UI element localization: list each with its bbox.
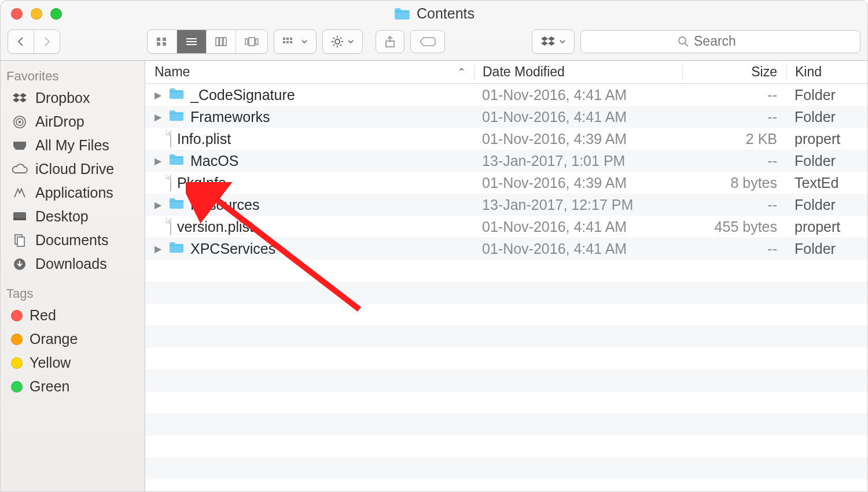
back-button[interactable] xyxy=(8,30,34,53)
chevron-down-icon xyxy=(347,39,354,45)
forward-button[interactable] xyxy=(34,30,60,53)
file-row[interactable]: ▶XPCServices01-Nov-2016, 4:41 AM--Folder xyxy=(145,238,867,260)
chevron-right-icon xyxy=(42,36,52,47)
sidebar-tag-label: Green xyxy=(30,378,69,395)
file-date: 13-Jan-2017, 1:01 PM xyxy=(474,153,682,169)
downloads-icon xyxy=(11,257,28,272)
svg-line-30 xyxy=(685,43,688,46)
dropbox-menu[interactable] xyxy=(532,29,575,54)
documents-icon xyxy=(11,233,28,248)
list-view-button[interactable] xyxy=(177,30,207,53)
sidebar-item-label: AirDrop xyxy=(35,113,84,130)
sidebar-item-documents[interactable]: Documents xyxy=(1,228,145,252)
sidebar-item-dropbox[interactable]: Dropbox xyxy=(1,86,145,110)
file-date: 01-Nov-2016, 4:41 AM xyxy=(474,109,682,125)
svg-rect-6 xyxy=(186,44,197,45)
disclosure-triangle-icon[interactable]: ▶ xyxy=(153,112,163,123)
search-field[interactable] xyxy=(580,30,860,53)
sidebar-item-desktop[interactable]: Desktop xyxy=(1,205,145,228)
column-header-name[interactable]: Name ⌃ xyxy=(145,64,474,80)
file-row[interactable]: ▶MacOS13-Jan-2017, 1:01 PM--Folder xyxy=(145,150,867,172)
svg-rect-10 xyxy=(245,39,248,45)
file-date: 01-Nov-2016, 4:41 AM xyxy=(474,219,682,235)
column-header-kind[interactable]: Kind xyxy=(786,64,867,80)
file-kind: Folder xyxy=(786,109,867,125)
zoom-window-button[interactable] xyxy=(50,8,62,20)
file-row[interactable]: ▶Frameworks01-Nov-2016, 4:41 AM--Folder xyxy=(145,106,867,128)
file-size: 455 bytes xyxy=(682,219,786,235)
sidebar-tag-orange[interactable]: Orange xyxy=(1,327,145,351)
arrange-menu[interactable] xyxy=(274,29,317,54)
svg-rect-14 xyxy=(286,38,289,40)
svg-rect-2 xyxy=(157,42,160,46)
disclosure-triangle-icon[interactable]: ▶ xyxy=(153,90,163,101)
svg-rect-7 xyxy=(216,38,219,46)
sidebar-item-airdrop[interactable]: AirDrop xyxy=(1,110,145,134)
file-row[interactable]: PkgInfo01-Nov-2016, 4:39 AM8 bytesTextEd xyxy=(145,172,867,194)
sidebar-item-downloads[interactable]: Downloads xyxy=(1,252,145,276)
search-icon xyxy=(678,36,689,47)
column-header-label: Kind xyxy=(795,64,822,79)
tags-button[interactable] xyxy=(410,30,445,53)
sidebar-tag-yellow[interactable]: Yellow xyxy=(1,351,145,375)
close-window-button[interactable] xyxy=(11,8,23,20)
sidebar-tag-green[interactable]: Green xyxy=(1,375,145,398)
sidebar-item-all-my-files[interactable]: All My Files xyxy=(1,134,145,157)
file-row[interactable]: Info.plist01-Nov-2016, 4:39 AM2 KBproper… xyxy=(145,128,867,150)
svg-rect-18 xyxy=(290,41,292,43)
empty-row xyxy=(145,413,867,435)
svg-line-24 xyxy=(333,38,334,39)
column-header-size[interactable]: Size xyxy=(682,64,786,80)
file-name: MacOS xyxy=(190,153,238,169)
disclosure-triangle-icon[interactable]: ▶ xyxy=(153,243,163,254)
cloud-icon xyxy=(11,162,28,177)
svg-line-25 xyxy=(340,45,341,46)
sidebar-item-label: Documents xyxy=(35,232,108,249)
disclosure-triangle-icon[interactable]: ▶ xyxy=(153,156,163,167)
action-menu[interactable] xyxy=(322,29,363,54)
minimize-window-button[interactable] xyxy=(31,8,42,20)
sidebar-item-icloud[interactable]: iCloud Drive xyxy=(1,157,145,181)
sidebar-tag-red[interactable]: Red xyxy=(1,304,145,327)
svg-rect-35 xyxy=(13,218,26,220)
file-kind: propert xyxy=(786,219,867,235)
svg-line-27 xyxy=(340,38,341,39)
share-icon xyxy=(384,35,396,48)
empty-row xyxy=(145,457,867,479)
file-row[interactable]: ▶_CodeSignature01-Nov-2016, 4:41 AM--Fol… xyxy=(145,84,867,106)
disclosure-triangle-icon[interactable]: ▶ xyxy=(153,199,163,210)
file-row[interactable]: ▶Resources13-Jan-2017, 12:17 PM--Folder xyxy=(145,194,867,216)
file-row[interactable]: version.plist01-Nov-2016, 4:41 AM455 byt… xyxy=(145,216,867,238)
column-view-button[interactable] xyxy=(207,30,236,53)
empty-row xyxy=(145,325,867,347)
icon-view-button[interactable] xyxy=(148,30,177,53)
column-header-date[interactable]: Date Modified xyxy=(474,64,682,80)
file-size: 8 bytes xyxy=(682,175,786,191)
tag-icon xyxy=(419,36,436,47)
tag-dot-icon xyxy=(11,381,23,393)
share-button[interactable] xyxy=(376,30,404,53)
file-kind: Folder xyxy=(786,153,867,169)
search-input[interactable] xyxy=(694,34,763,49)
chevron-down-icon xyxy=(559,39,566,45)
sidebar-item-applications[interactable]: Applications xyxy=(1,181,145,205)
gallery-icon xyxy=(244,36,259,47)
file-date: 01-Nov-2016, 4:41 AM xyxy=(474,87,682,103)
svg-rect-0 xyxy=(157,38,160,41)
tag-dot-icon xyxy=(11,334,23,345)
svg-rect-16 xyxy=(283,41,285,43)
empty-row xyxy=(145,260,867,282)
coverflow-view-button[interactable] xyxy=(236,30,267,53)
svg-rect-3 xyxy=(163,42,166,46)
chevron-down-icon xyxy=(301,39,308,45)
dropbox-icon xyxy=(11,91,28,106)
folder-icon xyxy=(168,241,185,257)
file-kind: Folder xyxy=(786,197,867,213)
sidebar-section-favorites: Favorites xyxy=(1,64,145,86)
file-size: -- xyxy=(682,87,786,103)
grid-small-icon xyxy=(282,36,297,47)
file-name: XPCServices xyxy=(190,241,275,257)
file-date: 13-Jan-2017, 12:17 PM xyxy=(474,197,682,213)
airdrop-icon xyxy=(11,114,28,130)
list-icon xyxy=(185,36,198,47)
